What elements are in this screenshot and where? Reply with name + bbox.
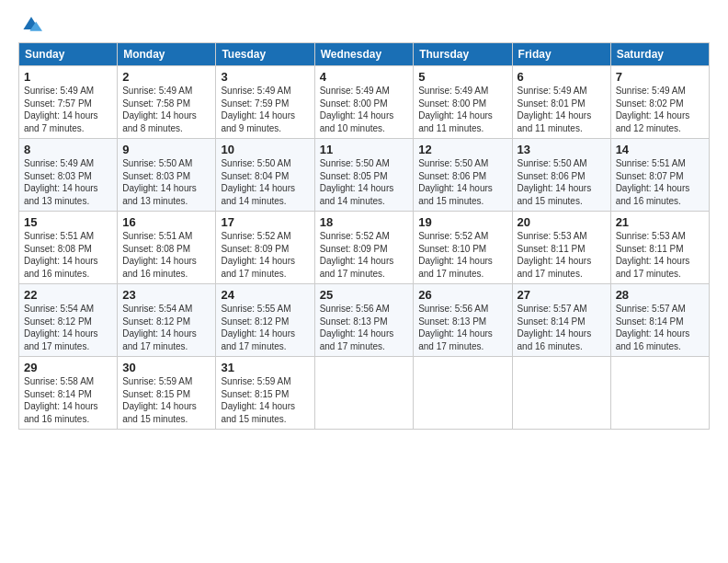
day-number: 4 — [320, 70, 409, 84]
weekday-header: Saturday — [610, 43, 709, 66]
day-info: Sunrise: 5:49 AMSunset: 8:03 PMDaylight:… — [24, 157, 112, 207]
weekday-header: Tuesday — [216, 43, 314, 66]
day-number: 28 — [616, 288, 704, 302]
calendar-day-cell: 20Sunrise: 5:53 AMSunset: 8:11 PMDayligh… — [512, 212, 610, 284]
header — [18, 15, 710, 33]
weekday-header: Wednesday — [314, 43, 414, 66]
day-number: 8 — [24, 143, 112, 156]
day-number: 22 — [24, 288, 112, 302]
day-number: 5 — [418, 70, 506, 84]
day-number: 14 — [616, 143, 704, 156]
calendar-day-cell: 19Sunrise: 5:52 AMSunset: 8:10 PMDayligh… — [414, 212, 512, 284]
calendar-day-cell: 25Sunrise: 5:56 AMSunset: 8:13 PMDayligh… — [314, 284, 414, 357]
day-info: Sunrise: 5:50 AMSunset: 8:04 PMDaylight:… — [221, 157, 309, 207]
calendar-day-cell: 6Sunrise: 5:49 AMSunset: 8:01 PMDaylight… — [512, 66, 610, 139]
calendar-day-cell: 17Sunrise: 5:52 AMSunset: 8:09 PMDayligh… — [216, 212, 314, 284]
calendar-day-cell: 26Sunrise: 5:56 AMSunset: 8:13 PMDayligh… — [414, 284, 512, 357]
day-number: 11 — [320, 143, 409, 156]
calendar-day-cell: 3Sunrise: 5:49 AMSunset: 7:59 PMDaylight… — [216, 66, 314, 139]
day-info: Sunrise: 5:49 AMSunset: 8:01 PMDaylight:… — [518, 85, 606, 134]
day-info: Sunrise: 5:49 AMSunset: 7:59 PMDaylight:… — [221, 85, 309, 134]
calendar-day-cell: 28Sunrise: 5:57 AMSunset: 8:14 PMDayligh… — [610, 284, 709, 357]
calendar-day-cell: 22Sunrise: 5:54 AMSunset: 8:12 PMDayligh… — [19, 284, 118, 357]
day-info: Sunrise: 5:59 AMSunset: 8:15 PMDaylight:… — [122, 375, 210, 425]
weekday-header: Monday — [118, 43, 216, 66]
calendar-week-row: 29Sunrise: 5:58 AMSunset: 8:14 PMDayligh… — [19, 357, 710, 430]
day-info: Sunrise: 5:57 AMSunset: 8:14 PMDaylight:… — [518, 303, 606, 352]
day-info: Sunrise: 5:49 AMSunset: 8:00 PMDaylight:… — [320, 85, 409, 134]
day-info: Sunrise: 5:51 AMSunset: 8:08 PMDaylight:… — [24, 230, 112, 280]
day-number: 26 — [418, 288, 506, 302]
day-info: Sunrise: 5:56 AMSunset: 8:13 PMDaylight:… — [418, 303, 506, 352]
calendar-day-cell: 7Sunrise: 5:49 AMSunset: 8:02 PMDaylight… — [610, 66, 709, 139]
calendar-day-cell: 31Sunrise: 5:59 AMSunset: 8:15 PMDayligh… — [216, 357, 314, 430]
calendar-body: 1Sunrise: 5:49 AMSunset: 7:57 PMDaylight… — [19, 66, 710, 430]
calendar-day-cell: 10Sunrise: 5:50 AMSunset: 8:04 PMDayligh… — [216, 139, 314, 212]
day-number: 16 — [122, 215, 210, 229]
day-info: Sunrise: 5:52 AMSunset: 8:09 PMDaylight:… — [221, 230, 309, 280]
day-info: Sunrise: 5:52 AMSunset: 8:09 PMDaylight:… — [320, 230, 409, 280]
day-info: Sunrise: 5:50 AMSunset: 8:05 PMDaylight:… — [320, 157, 409, 207]
day-info: Sunrise: 5:53 AMSunset: 8:11 PMDaylight:… — [518, 230, 606, 280]
weekday-header: Sunday — [19, 43, 118, 66]
day-number: 21 — [616, 215, 704, 229]
day-info: Sunrise: 5:51 AMSunset: 8:08 PMDaylight:… — [122, 230, 210, 280]
calendar-day-cell: 29Sunrise: 5:58 AMSunset: 8:14 PMDayligh… — [19, 357, 118, 430]
day-number: 18 — [320, 215, 409, 229]
calendar-day-cell: 11Sunrise: 5:50 AMSunset: 8:05 PMDayligh… — [314, 139, 414, 212]
calendar-table: SundayMondayTuesdayWednesdayThursdayFrid… — [18, 42, 710, 430]
day-number: 10 — [221, 143, 309, 156]
calendar-day-cell — [314, 357, 414, 430]
page: SundayMondayTuesdayWednesdayThursdayFrid… — [0, 0, 728, 563]
calendar-day-cell: 2Sunrise: 5:49 AMSunset: 7:58 PMDaylight… — [118, 66, 216, 139]
day-info: Sunrise: 5:51 AMSunset: 8:07 PMDaylight:… — [616, 157, 704, 207]
day-number: 24 — [221, 288, 309, 302]
day-info: Sunrise: 5:50 AMSunset: 8:06 PMDaylight:… — [518, 157, 606, 207]
calendar-header-row: SundayMondayTuesdayWednesdayThursdayFrid… — [19, 43, 710, 66]
calendar-week-row: 1Sunrise: 5:49 AMSunset: 7:57 PMDaylight… — [19, 66, 710, 139]
day-number: 25 — [320, 288, 409, 302]
calendar-day-cell: 30Sunrise: 5:59 AMSunset: 8:15 PMDayligh… — [118, 357, 216, 430]
weekday-header: Thursday — [414, 43, 512, 66]
calendar-day-cell: 5Sunrise: 5:49 AMSunset: 8:00 PMDaylight… — [414, 66, 512, 139]
calendar-day-cell: 9Sunrise: 5:50 AMSunset: 8:03 PMDaylight… — [118, 139, 216, 212]
day-number: 23 — [122, 288, 210, 302]
day-info: Sunrise: 5:49 AMSunset: 7:58 PMDaylight:… — [122, 85, 210, 134]
day-number: 29 — [24, 361, 112, 374]
day-number: 12 — [418, 143, 506, 156]
weekday-header: Friday — [512, 43, 610, 66]
calendar-day-cell: 13Sunrise: 5:50 AMSunset: 8:06 PMDayligh… — [512, 139, 610, 212]
calendar-day-cell: 4Sunrise: 5:49 AMSunset: 8:00 PMDaylight… — [314, 66, 414, 139]
day-info: Sunrise: 5:55 AMSunset: 8:12 PMDaylight:… — [221, 303, 309, 352]
day-info: Sunrise: 5:49 AMSunset: 7:57 PMDaylight:… — [24, 85, 112, 134]
day-number: 17 — [221, 215, 309, 229]
day-number: 3 — [221, 70, 309, 84]
day-number: 20 — [518, 215, 606, 229]
calendar-day-cell: 21Sunrise: 5:53 AMSunset: 8:11 PMDayligh… — [610, 212, 709, 284]
calendar-day-cell: 8Sunrise: 5:49 AMSunset: 8:03 PMDaylight… — [19, 139, 118, 212]
day-number: 30 — [122, 361, 210, 374]
day-info: Sunrise: 5:56 AMSunset: 8:13 PMDaylight:… — [320, 303, 409, 352]
logo — [18, 15, 42, 33]
day-number: 2 — [122, 70, 210, 84]
calendar-day-cell: 15Sunrise: 5:51 AMSunset: 8:08 PMDayligh… — [19, 212, 118, 284]
calendar-day-cell: 23Sunrise: 5:54 AMSunset: 8:12 PMDayligh… — [118, 284, 216, 357]
calendar-day-cell: 24Sunrise: 5:55 AMSunset: 8:12 PMDayligh… — [216, 284, 314, 357]
day-info: Sunrise: 5:50 AMSunset: 8:06 PMDaylight:… — [418, 157, 506, 207]
day-info: Sunrise: 5:59 AMSunset: 8:15 PMDaylight:… — [221, 375, 309, 425]
day-info: Sunrise: 5:50 AMSunset: 8:03 PMDaylight:… — [122, 157, 210, 207]
calendar-day-cell: 14Sunrise: 5:51 AMSunset: 8:07 PMDayligh… — [610, 139, 709, 212]
day-number: 27 — [518, 288, 606, 302]
day-info: Sunrise: 5:52 AMSunset: 8:10 PMDaylight:… — [418, 230, 506, 280]
day-number: 7 — [616, 70, 704, 84]
calendar-day-cell: 1Sunrise: 5:49 AMSunset: 7:57 PMDaylight… — [19, 66, 118, 139]
calendar-day-cell — [414, 357, 512, 430]
calendar-day-cell — [610, 357, 709, 430]
logo-icon — [20, 15, 42, 33]
day-number: 19 — [418, 215, 506, 229]
day-number: 6 — [518, 70, 606, 84]
day-info: Sunrise: 5:58 AMSunset: 8:14 PMDaylight:… — [24, 375, 112, 425]
day-info: Sunrise: 5:57 AMSunset: 8:14 PMDaylight:… — [616, 303, 704, 352]
day-info: Sunrise: 5:49 AMSunset: 8:00 PMDaylight:… — [418, 85, 506, 134]
logo-text — [18, 15, 42, 33]
